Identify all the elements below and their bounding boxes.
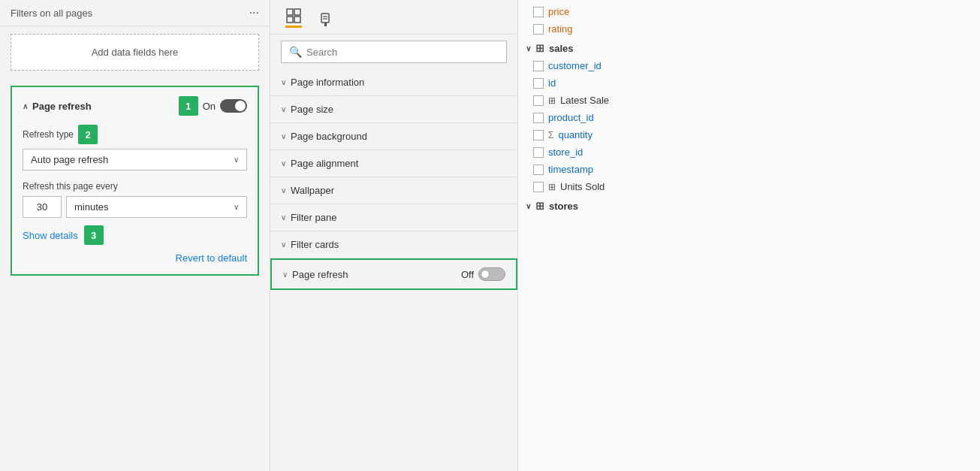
section-expand-icon: ∨ [526, 202, 531, 210]
field-name-quantity: quantity [558, 129, 593, 140]
show-details-link[interactable]: Show details [23, 230, 78, 241]
svg-rect-3 [294, 17, 300, 23]
svg-rect-5 [324, 23, 327, 26]
field-row-store_id: store_id [518, 143, 980, 161]
section-filter-pane[interactable]: ∨ Filter pane [270, 204, 517, 231]
field-row-latest-sale: ⊞ Latest Sale [518, 92, 980, 109]
svg-rect-4 [321, 14, 329, 23]
unit-dropdown[interactable]: minutes ∨ [66, 196, 247, 218]
search-box[interactable]: 🔍 [281, 41, 507, 63]
paint-icon [318, 11, 335, 28]
field-name-latest-sale: Latest Sale [560, 95, 609, 106]
field-row-product_id: product_id [518, 109, 980, 126]
section-chevron-icon: ∨ [281, 78, 286, 86]
sigma-icon-quantity: Σ [548, 130, 553, 140]
left-panel: Filters on all pages ··· Add data fields… [0, 0, 270, 471]
field-name-timestamp: timestamp [548, 164, 593, 175]
show-details-area: Show details 3 [23, 225, 247, 245]
toggle-switch[interactable] [220, 99, 247, 113]
section-wallpaper[interactable]: ∨ Wallpaper [270, 177, 517, 204]
field-row-customer_id: customer_id [518, 57, 980, 74]
refresh-number-input[interactable] [23, 196, 62, 218]
top-icons-bar [270, 0, 517, 35]
section-page-background[interactable]: ∨ Page background [270, 123, 517, 150]
refresh-inputs: minutes ∨ [23, 196, 247, 218]
badge-3: 3 [84, 225, 104, 245]
field-checkbox-units-sold[interactable] [533, 182, 544, 192]
right-panel: price rating ∨ ⊞ sales customer_id id ⊞ … [518, 0, 980, 471]
active-bar [285, 26, 302, 28]
field-checkbox-rating[interactable] [533, 24, 544, 35]
field-checkbox-id[interactable] [533, 78, 544, 89]
section-chevron-icon: ∨ [281, 105, 286, 113]
section-label-stores: stores [549, 201, 578, 212]
filters-header: Filters on all pages ··· [0, 0, 270, 26]
off-toggle-track [478, 267, 505, 281]
table-icon: ⊞ [535, 42, 544, 54]
field-row-price: price [518, 3, 980, 20]
field-checkbox-customer_id[interactable] [533, 61, 544, 71]
badge-2: 2 [78, 125, 98, 144]
section-filter-cards[interactable]: ∨ Filter cards [270, 231, 517, 258]
dropdown-chevron-icon: ∨ [234, 155, 239, 164]
collapse-icon[interactable]: ∧ [23, 102, 28, 110]
svg-rect-1 [294, 9, 300, 15]
svg-rect-2 [287, 17, 293, 23]
add-data-fields-area: Add data fields here [11, 34, 259, 71]
card-header: ∧ Page refresh 1 On [23, 96, 247, 116]
section-page-alignment[interactable]: ∨ Page alignment [270, 150, 517, 177]
table-icon-stores: ⊞ [535, 200, 544, 212]
calc-icon-latest-sale: ⊞ [548, 95, 556, 106]
section-chevron-icon: ∨ [281, 132, 286, 140]
field-checkbox-price[interactable] [533, 7, 544, 17]
revert-to-default-link[interactable]: Revert to default [23, 252, 247, 264]
field-name-units-sold: Units Sold [560, 181, 605, 192]
toggle-track [220, 99, 247, 113]
format-paint-icon-btn[interactable] [314, 8, 339, 31]
page-refresh-off-toggle[interactable]: Off [461, 267, 505, 281]
section-chevron-icon: ∨ [281, 213, 286, 222]
field-row-rating: rating [518, 20, 980, 38]
section-label-sales: sales [549, 43, 574, 54]
field-row-quantity: Σ quantity [518, 126, 980, 143]
page-refresh-card: ∧ Page refresh 1 On Refresh type 2 [11, 86, 259, 276]
badge-1: 1 [179, 96, 198, 116]
off-toggle-thumb [481, 270, 490, 279]
section-expand-icon: ∨ [526, 44, 531, 53]
field-checkbox-store_id[interactable] [533, 147, 544, 158]
section-chevron-icon: ∨ [281, 186, 286, 195]
field-checkbox-latest-sale[interactable] [533, 95, 544, 106]
field-row-timestamp: timestamp [518, 161, 980, 178]
field-checkbox-quantity[interactable] [533, 130, 544, 140]
filters-menu-icon[interactable]: ··· [249, 6, 259, 20]
refresh-type-dropdown[interactable]: Auto page refresh ∨ [23, 149, 247, 171]
section-page-refresh[interactable]: ∨ Page refresh Off [270, 258, 517, 290]
field-name-rating: rating [548, 23, 573, 35]
calc-icon-units-sold: ⊞ [548, 182, 556, 192]
section-chevron-icon: ∨ [281, 159, 286, 168]
search-input[interactable] [306, 47, 499, 58]
unit-dropdown-chevron-icon: ∨ [234, 203, 239, 211]
field-checkbox-product_id[interactable] [533, 113, 544, 123]
field-name-store_id: store_id [548, 146, 583, 158]
format-grid-icon-btn[interactable] [281, 5, 306, 31]
field-name-price: price [548, 6, 569, 17]
grid-icon [285, 8, 302, 24]
section-chevron-icon: ∨ [282, 270, 288, 279]
field-row-units-sold: ⊞ Units Sold [518, 178, 980, 195]
section-header-sales[interactable]: ∨ ⊞ sales [518, 38, 980, 57]
card-title: ∧ Page refresh [23, 101, 92, 112]
section-chevron-icon: ∨ [281, 240, 286, 249]
section-page-information[interactable]: ∨ Page information [270, 69, 517, 96]
svg-rect-0 [287, 9, 293, 15]
filters-title: Filters on all pages [11, 8, 92, 19]
middle-panel: 🔍 ∨ Page information ∨ Page size ∨ Page … [270, 0, 518, 471]
section-header-stores[interactable]: ∨ ⊞ stores [518, 195, 980, 215]
refresh-every-label: Refresh this page every [23, 181, 247, 192]
format-section-list: ∨ Page information ∨ Page size ∨ Page ba… [270, 69, 517, 290]
refresh-type-label: Refresh type 2 [23, 125, 247, 144]
section-page-size[interactable]: ∨ Page size [270, 96, 517, 123]
field-checkbox-timestamp[interactable] [533, 165, 544, 175]
field-name-product_id: product_id [548, 112, 594, 123]
toggle-on-area[interactable]: On [203, 99, 247, 113]
